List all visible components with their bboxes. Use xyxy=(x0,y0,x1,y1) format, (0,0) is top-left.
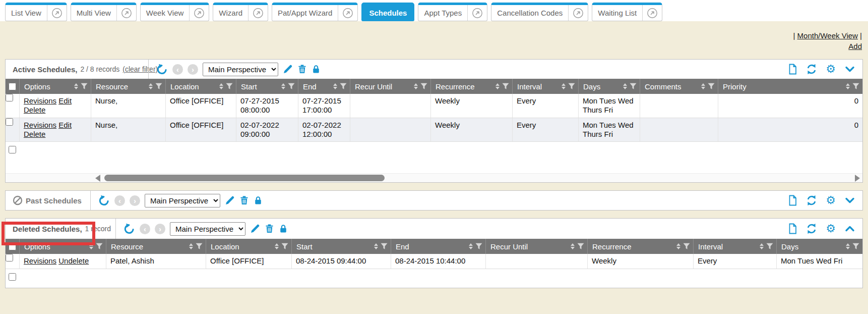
prev-page-button[interactable]: ‹ xyxy=(140,224,150,234)
sort-icon[interactable] xyxy=(760,243,764,249)
popout-icon[interactable] xyxy=(190,5,209,21)
next-page-button[interactable]: › xyxy=(130,195,140,206)
tab-label[interactable]: Cancellation Codes xyxy=(491,5,568,21)
tab-label[interactable]: Appt Types xyxy=(418,5,467,21)
tab-label[interactable]: Week View xyxy=(141,5,189,21)
edit-pencil-icon[interactable] xyxy=(225,195,235,205)
trash-icon[interactable] xyxy=(297,64,307,74)
revisions-link[interactable]: Revisions xyxy=(24,121,56,129)
filter-funnel-icon[interactable] xyxy=(381,243,388,250)
prev-page-button[interactable]: ‹ xyxy=(114,195,125,206)
sync-icon[interactable] xyxy=(806,64,817,75)
perspective-select[interactable]: Main Perspective xyxy=(170,222,245,236)
new-document-icon[interactable] xyxy=(787,223,797,234)
scroll-right-arrow[interactable] xyxy=(855,175,860,182)
sort-icon[interactable] xyxy=(623,83,627,89)
sort-icon[interactable] xyxy=(469,243,473,249)
trash-icon[interactable] xyxy=(265,224,274,234)
delete-link[interactable]: Delete xyxy=(24,130,45,138)
select-all-checkbox[interactable] xyxy=(9,243,16,250)
filter-funnel-icon[interactable] xyxy=(852,83,859,90)
new-document-icon[interactable] xyxy=(787,195,797,206)
popout-icon[interactable] xyxy=(643,5,662,21)
sort-icon[interactable] xyxy=(189,243,193,249)
perspective-select[interactable]: Main Perspective xyxy=(145,194,220,207)
sort-icon[interactable] xyxy=(414,83,418,89)
undo-refresh-icon[interactable] xyxy=(98,195,110,206)
tab-label[interactable]: List View xyxy=(6,5,47,21)
add-link[interactable]: Add xyxy=(848,42,862,50)
filter-funnel-icon[interactable] xyxy=(475,243,482,250)
trash-icon[interactable] xyxy=(239,195,249,205)
row-checkbox[interactable] xyxy=(9,273,16,281)
filter-funnel-icon[interactable] xyxy=(340,83,347,90)
sort-icon[interactable] xyxy=(74,83,78,89)
tab-label[interactable]: Multi View xyxy=(71,5,116,21)
sort-icon[interactable] xyxy=(562,83,566,89)
gear-icon[interactable]: ⚙ xyxy=(826,195,836,206)
scroll-left-arrow[interactable] xyxy=(95,175,100,182)
edit-pencil-icon[interactable] xyxy=(283,64,293,74)
filter-funnel-icon[interactable] xyxy=(226,83,233,90)
filter-funnel-icon[interactable] xyxy=(708,83,715,90)
perspective-select[interactable]: Main Perspective xyxy=(203,63,278,76)
sort-icon[interactable] xyxy=(149,83,153,89)
filter-funnel-icon[interactable] xyxy=(683,243,690,250)
popout-icon[interactable] xyxy=(468,5,487,21)
tab-multi-view[interactable]: Multi View xyxy=(71,3,137,21)
sort-icon[interactable] xyxy=(701,83,705,89)
new-document-icon[interactable] xyxy=(787,64,797,75)
popout-icon[interactable] xyxy=(249,5,268,21)
next-page-button[interactable]: › xyxy=(188,64,198,75)
tab-label[interactable]: Wizard xyxy=(213,5,248,21)
expand-chevron-down-icon[interactable] xyxy=(844,196,855,205)
row-checkbox[interactable] xyxy=(6,118,13,126)
delete-link[interactable]: Delete xyxy=(24,106,45,114)
lock-icon[interactable] xyxy=(279,224,288,234)
filter-funnel-icon[interactable] xyxy=(577,243,584,250)
filter-funnel-icon[interactable] xyxy=(568,83,575,90)
tab-list-view[interactable]: List View xyxy=(5,3,67,21)
sort-icon[interactable] xyxy=(89,243,93,249)
tab-label[interactable]: Schedules xyxy=(362,5,414,21)
popout-icon[interactable] xyxy=(569,5,588,21)
tab-pat-appt-wizard[interactable]: Pat/Appt Wizard xyxy=(272,3,358,21)
lock-icon[interactable] xyxy=(254,195,263,205)
revisions-link[interactable]: Revisions xyxy=(24,256,56,265)
sort-icon[interactable] xyxy=(571,243,575,249)
tab-wizard[interactable]: Wizard xyxy=(213,3,268,21)
month-week-view-link[interactable]: Month/Week View xyxy=(797,31,858,40)
filter-funnel-icon[interactable] xyxy=(81,83,88,90)
sort-icon[interactable] xyxy=(846,243,850,249)
collapse-chevron-down-icon[interactable] xyxy=(844,65,855,74)
filter-funnel-icon[interactable] xyxy=(196,243,203,250)
tab-label[interactable]: Waiting List xyxy=(592,5,642,21)
filter-funnel-icon[interactable] xyxy=(630,83,637,90)
tab-waiting-list[interactable]: Waiting List xyxy=(592,3,662,21)
sort-icon[interactable] xyxy=(495,83,500,89)
horizontal-scrollbar[interactable] xyxy=(6,173,862,182)
collapse-chevron-up-icon[interactable] xyxy=(844,224,855,233)
filter-funnel-icon[interactable] xyxy=(420,83,427,90)
gear-icon[interactable]: ⚙ xyxy=(826,223,836,234)
gear-icon[interactable]: ⚙ xyxy=(826,64,836,75)
filter-funnel-icon[interactable] xyxy=(852,243,859,250)
select-all-checkbox[interactable] xyxy=(9,83,16,90)
edit-pencil-icon[interactable] xyxy=(250,224,260,234)
sort-icon[interactable] xyxy=(333,83,337,89)
tab-week-view[interactable]: Week View xyxy=(140,3,209,21)
filter-funnel-icon[interactable] xyxy=(502,83,509,90)
sort-icon[interactable] xyxy=(281,83,285,89)
sort-icon[interactable] xyxy=(219,83,223,89)
undo-refresh-icon[interactable] xyxy=(123,223,135,235)
sync-icon[interactable] xyxy=(806,195,817,206)
popout-icon[interactable] xyxy=(47,5,67,21)
undo-refresh-icon[interactable] xyxy=(156,64,168,75)
filter-funnel-icon[interactable] xyxy=(96,243,103,250)
row-checkbox[interactable] xyxy=(6,254,13,261)
tab-cancellation-codes[interactable]: Cancellation Codes xyxy=(491,3,588,21)
lock-icon[interactable] xyxy=(312,64,321,74)
filter-funnel-icon[interactable] xyxy=(766,243,773,250)
row-checkbox[interactable] xyxy=(9,146,16,153)
filter-funnel-icon[interactable] xyxy=(281,243,288,250)
